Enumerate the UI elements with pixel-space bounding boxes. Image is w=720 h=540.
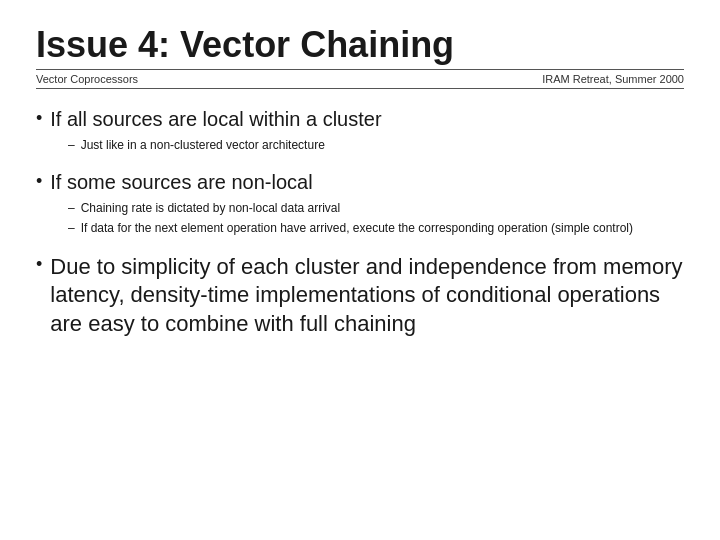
sub-bullet-2a: – Chaining rate is dictated by non-local… [68, 200, 684, 217]
bullet-dot-2: • [36, 171, 42, 193]
subtitle-left: Vector Coprocessors [36, 73, 138, 85]
bullet-main-3: • Due to simplicity of each cluster and … [36, 253, 684, 339]
bullet-text-3: Due to simplicity of each cluster and in… [50, 253, 684, 339]
slide: Issue 4: Vector Chaining Vector Coproces… [0, 0, 720, 540]
sub-dash-2a: – [68, 201, 75, 215]
bullet-main-2: • If some sources are non-local [36, 170, 684, 195]
content-area: • If all sources are local within a clus… [36, 107, 684, 516]
sub-text-2a: Chaining rate is dictated by non-local d… [81, 200, 340, 217]
bullet-text-1: If all sources are local within a cluste… [50, 107, 381, 132]
bullet-dot-3: • [36, 254, 42, 276]
bullet-item-2: • If some sources are non-local – Chaini… [36, 170, 684, 237]
slide-title: Issue 4: Vector Chaining [36, 24, 684, 65]
sub-bullets-1: – Just like in a non-clustered vector ar… [68, 137, 684, 154]
bullet-main-1: • If all sources are local within a clus… [36, 107, 684, 132]
bullet-text-2: If some sources are non-local [50, 170, 312, 195]
sub-dash-1a: – [68, 138, 75, 152]
sub-bullet-1a: – Just like in a non-clustered vector ar… [68, 137, 684, 154]
bullet-item-3: • Due to simplicity of each cluster and … [36, 253, 684, 339]
bullet-item-1: • If all sources are local within a clus… [36, 107, 684, 154]
sub-bullets-2: – Chaining rate is dictated by non-local… [68, 200, 684, 237]
sub-dash-2b: – [68, 221, 75, 235]
subtitle-bar: Vector Coprocessors IRAM Retreat, Summer… [36, 69, 684, 89]
sub-bullet-2b: – If data for the next element operation… [68, 220, 684, 237]
subtitle-right: IRAM Retreat, Summer 2000 [542, 73, 684, 85]
sub-text-1a: Just like in a non-clustered vector arch… [81, 137, 325, 154]
sub-text-2b: If data for the next element operation h… [81, 220, 633, 237]
bullet-dot-1: • [36, 108, 42, 130]
